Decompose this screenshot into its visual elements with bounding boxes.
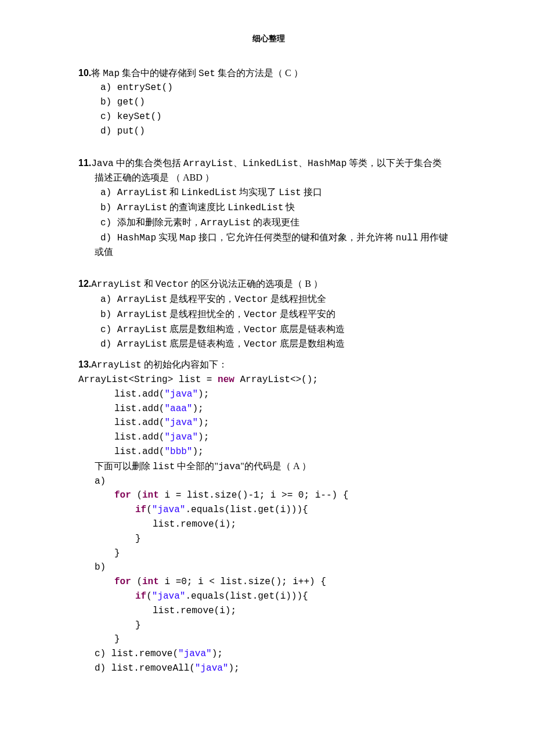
page-header: 细心整理 [78, 33, 459, 45]
q13-opt-a-remove: list.remove(i); [153, 517, 459, 532]
question-11: 11.Java 中的集合类包括 ArrayList、LinkedList、Has… [78, 156, 459, 260]
q11-opt-b: b) ArrayList 的查询速度比 LinkedList 快 [100, 200, 459, 215]
q13-opt-d: d) list.removeAll("java"); [95, 661, 459, 676]
q11-opt-d-cont: 或值 [95, 245, 459, 260]
q13-code-add-1: list.add("java"); [114, 387, 459, 402]
question-12: 12.ArrayList 和 Vector 的区分说法正确的选项是（ B ） a… [78, 277, 459, 352]
q12-opt-d: d) ArrayList 底层是链表构造，Vector 底层是数组构造 [100, 337, 459, 352]
q12-opt-c: c) ArrayList 底层是数组构造，Vector 底层是链表构造 [100, 322, 459, 337]
q11-stem: 11.Java 中的集合类包括 ArrayList、LinkedList、Has… [78, 156, 459, 171]
q13-code-init: ArrayList<String> list = new ArrayList<>… [78, 373, 459, 387]
q13-number: 13. [78, 359, 91, 369]
q13-opt-b-remove: list.remove(i); [153, 604, 459, 618]
q13-stem: 13.ArrayList 的初始化内容如下： [78, 358, 459, 373]
q13-code-add-4: list.add("java"); [114, 430, 459, 445]
q13-opt-b-if: if("java".equals(list.get(i))){ [135, 589, 459, 604]
q10-stem: 10.将 Map 集合中的键存储到 Set 集合的方法是（ C ） [78, 66, 459, 81]
q10-opt-d: d) put() [100, 124, 459, 139]
q13-ask: 下面可以删除 list 中全部的"java"的代码是（ A ） [95, 459, 459, 474]
q13-code-add-2: list.add("aaa"); [114, 402, 459, 416]
q12-stem: 12.ArrayList 和 Vector 的区分说法正确的选项是（ B ） [78, 277, 459, 292]
q13-opt-b-close-outer: } [114, 632, 459, 647]
document-page: 细心整理 10.将 Map 集合中的键存储到 Set 集合的方法是（ C ） a… [0, 0, 534, 756]
q13-code-add-5: list.add("bbb"); [114, 445, 459, 459]
q13-opt-b-close-inner: } [135, 618, 459, 633]
q10-opt-b: b) get() [100, 95, 459, 110]
q11-opt-a: a) ArrayList 和 LinkedList 均实现了 List 接口 [100, 185, 459, 200]
q13-opt-c: c) list.remove("java"); [95, 647, 459, 661]
q11-opt-d: d) HashMap 实现 Map 接口，它允许任何类型的键和值对象，并允许将 … [100, 231, 459, 246]
q13-opt-a-for: for (int i = list.size()-1; i >= 0; i--)… [114, 488, 459, 503]
q10-opt-a: a) entrySet() [100, 81, 459, 95]
question-10: 10.将 Map 集合中的键存储到 Set 集合的方法是（ C ） a) ent… [78, 66, 459, 139]
q13-opt-b-for: for (int i =0; i < list.size(); i++) { [114, 575, 459, 589]
q11-number: 11. [78, 158, 91, 168]
question-13: 13.ArrayList 的初始化内容如下： ArrayList<String>… [78, 358, 459, 676]
q10-number: 10. [78, 68, 91, 78]
q11-opt-c: c) 添加和删除元素时，ArrayList 的表现更佳 [100, 215, 459, 231]
q10-options: a) entrySet() b) get() c) keySet() d) pu… [100, 81, 459, 138]
q10-opt-c: c) keySet() [100, 110, 459, 124]
q12-options: a) ArrayList 是线程平安的，Vector 是线程担忧全 b) Arr… [100, 292, 459, 352]
q12-number: 12. [78, 279, 91, 289]
q13-opt-a-if: if("java".equals(list.get(i))){ [135, 503, 459, 517]
q12-opt-a: a) ArrayList 是线程平安的，Vector 是线程担忧全 [100, 292, 459, 307]
q13-code-add-3: list.add("java"); [114, 416, 459, 430]
q11-stem-cont: 描述正确的选项是 （ ABD ） [95, 171, 459, 185]
q11-options: a) ArrayList 和 LinkedList 均实现了 List 接口 b… [100, 185, 459, 245]
q13-opt-b-label: b) [95, 560, 459, 575]
q12-opt-b: b) ArrayList 是线程担忧全的，Vector 是线程平安的 [100, 307, 459, 322]
q13-opt-a-close-inner: } [135, 532, 459, 546]
q13-opt-a-label: a) [95, 474, 459, 489]
q13-opt-a-close-outer: } [114, 546, 459, 561]
